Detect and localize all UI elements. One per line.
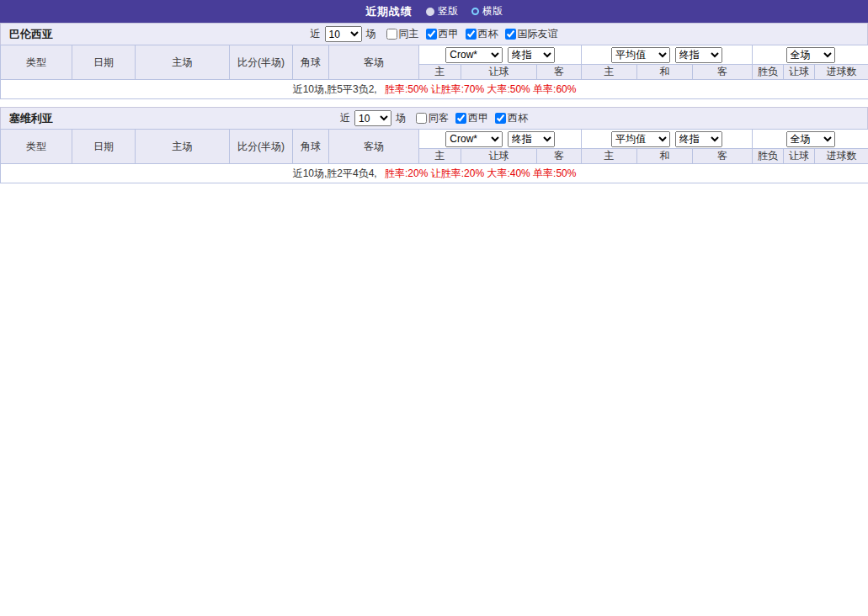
filter-checkbox[interactable] [426, 29, 437, 40]
filter-controls: 近 10 场 同客西甲西杯 [340, 110, 528, 126]
filter-西甲[interactable]: 西甲 [426, 27, 459, 41]
scope-select[interactable]: 全场 [786, 47, 835, 63]
near-label: 近 [311, 27, 321, 41]
filter-controls: 近 10 场 同主西甲西杯国际友谊 [311, 26, 558, 42]
match-count-select[interactable]: 10 [325, 26, 362, 42]
valencia-section: 巴伦西亚 近 10 场 同主西甲西杯国际友谊 类型 日期 [0, 23, 868, 99]
asia-odds-selects: Crow* 终指 [419, 130, 582, 149]
near-label: 近 [340, 111, 350, 125]
odds-company-select[interactable]: Crow* [445, 131, 503, 147]
summary: 近10场,胜2平4负4, 胜率:20% 让胜率:20% 大率:40% 单率:50… [1, 164, 868, 183]
col-type: 类型 [1, 45, 72, 80]
filter-同主[interactable]: 同主 [386, 27, 419, 41]
col-euro-home: 主 [582, 65, 637, 80]
col-away: 客场 [329, 130, 419, 164]
col-type: 类型 [1, 130, 72, 164]
col-euro-draw: 和 [637, 65, 693, 80]
col-corner: 角球 [293, 45, 329, 80]
euro-odds-select[interactable]: 平均值 [611, 131, 670, 147]
scope-select[interactable]: 全场 [786, 131, 835, 147]
col-result: 胜负 [753, 65, 784, 80]
radio-unselected-icon [471, 8, 479, 15]
match-count-select[interactable]: 10 [354, 110, 391, 126]
euro-odds-selects: 平均值 终指 [582, 45, 753, 65]
league-filters: 同客西甲西杯 [409, 111, 528, 126]
euro-time-select[interactable]: 终指 [675, 131, 722, 147]
radio-selected-icon [426, 8, 434, 16]
asia-odds-selects: Crow* 终指 [419, 45, 582, 65]
games-label: 场 [396, 111, 406, 125]
filter-checkbox[interactable] [386, 29, 397, 40]
sevilla-matches-table: 类型 日期 主场 比分(半场) 角球 客场 Crow* 终指 平均值 终指 [0, 129, 868, 183]
view-horizontal-radio[interactable]: 横版 [471, 4, 503, 19]
col-euro-away: 客 [693, 65, 753, 80]
summary-row: 近10场,胜5平3负2, 胜率:50% 让胜率:70% 大率:50% 单率:60… [1, 80, 868, 99]
summary: 近10场,胜5平3负2, 胜率:50% 让胜率:70% 大率:50% 单率:60… [1, 80, 868, 99]
col-score: 比分(半场) [230, 45, 293, 80]
team-name: 巴伦西亚 [9, 27, 53, 42]
col-goals: 进球数 [815, 149, 868, 164]
filter-西杯[interactable]: 西杯 [495, 111, 528, 125]
view-horizontal-label: 横版 [482, 4, 503, 19]
col-date: 日期 [72, 130, 136, 164]
filter-西甲[interactable]: 西甲 [455, 111, 488, 125]
col-handicap: 让球 [461, 149, 537, 164]
summary-row: 近10场,胜2平4负4, 胜率:20% 让胜率:20% 大率:40% 单率:50… [1, 164, 868, 183]
page-title: 近期战绩 [365, 4, 413, 19]
euro-time-select[interactable]: 终指 [675, 47, 722, 63]
filter-国际友谊[interactable]: 国际友谊 [505, 27, 558, 41]
col-asia-away: 客 [537, 65, 582, 80]
filter-checkbox[interactable] [466, 29, 477, 40]
odds-company-select[interactable]: Crow* [445, 47, 503, 63]
col-asia-home: 主 [419, 149, 461, 164]
summary-stats: 胜率:50% 让胜率:70% 大率:50% 单率:60% [385, 83, 576, 95]
view-vertical-label: 竖版 [438, 4, 458, 19]
league-filters: 同主西甲西杯国际友谊 [380, 27, 558, 42]
valencia-matches-table: 类型 日期 主场 比分(半场) 角球 客场 Crow* 终指 平均值 终指 [0, 45, 868, 99]
page: 近期战绩 竖版 横版 巴伦西亚 近 10 场 同主西甲西杯国际友谊 [0, 0, 868, 183]
col-handicap: 让球 [461, 65, 537, 80]
euro-odds-select[interactable]: 平均值 [611, 47, 670, 63]
euro-odds-selects: 平均值 终指 [582, 130, 753, 149]
view-vertical-radio[interactable]: 竖版 [426, 4, 458, 19]
col-euro-home: 主 [582, 149, 637, 164]
filter-checkbox[interactable] [416, 113, 427, 124]
col-goals: 进球数 [815, 65, 868, 80]
col-euro-away: 客 [693, 149, 753, 164]
col-asia-home: 主 [419, 65, 461, 80]
filter-checkbox[interactable] [495, 113, 506, 124]
col-home: 主场 [136, 45, 230, 80]
col-score: 比分(半场) [230, 130, 293, 164]
topbar: 近期战绩 竖版 横版 [0, 0, 868, 23]
col-euro-draw: 和 [637, 149, 693, 164]
filter-checkbox[interactable] [505, 29, 516, 40]
col-let-result: 让球 [784, 65, 815, 80]
odds-time-select[interactable]: 终指 [508, 131, 555, 147]
col-let-result: 让球 [784, 149, 815, 164]
valencia-section-header: 巴伦西亚 近 10 场 同主西甲西杯国际友谊 [0, 23, 868, 45]
sevilla-section: 塞维利亚 近 10 场 同客西甲西杯 类型 日期 主场 [0, 107, 868, 183]
summary-record: 近10场,胜5平3负2, [293, 83, 377, 95]
col-home: 主场 [136, 130, 230, 164]
team-name: 塞维利亚 [9, 111, 53, 126]
filter-同客[interactable]: 同客 [416, 111, 449, 125]
summary-stats: 胜率:20% 让胜率:20% 大率:40% 单率:50% [385, 167, 576, 179]
games-label: 场 [366, 27, 376, 41]
col-asia-away: 客 [537, 149, 582, 164]
odds-time-select[interactable]: 终指 [508, 47, 555, 63]
summary-record: 近10场,胜2平4负4, [293, 167, 377, 179]
col-result: 胜负 [753, 149, 784, 164]
col-date: 日期 [72, 45, 136, 80]
col-corner: 角球 [293, 130, 329, 164]
filter-checkbox[interactable] [455, 113, 466, 124]
scope-select-cell: 全场 [753, 45, 868, 65]
filter-西杯[interactable]: 西杯 [466, 27, 498, 41]
scope-select-cell: 全场 [753, 130, 868, 149]
col-away: 客场 [329, 45, 419, 80]
sevilla-section-header: 塞维利亚 近 10 场 同客西甲西杯 [0, 107, 868, 129]
